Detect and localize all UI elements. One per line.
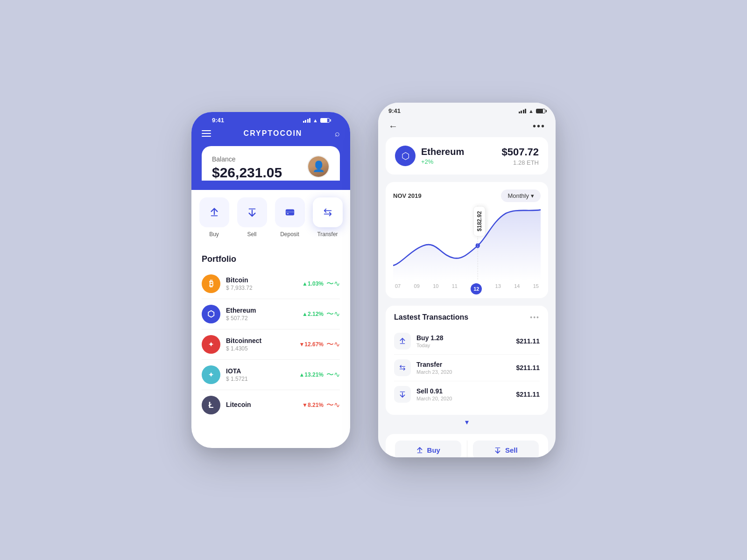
menu-icon[interactable]: [202, 128, 211, 139]
sell-action-button[interactable]: Sell: [473, 441, 539, 457]
table-row[interactable]: Transfer March 23, 2020 $211.11: [394, 355, 540, 381]
bit-logo: ✦: [202, 335, 220, 354]
date-10: 10: [433, 283, 438, 294]
transactions-title: Lastest Transactions: [394, 313, 468, 322]
left-phone: 9:41 ▲: [191, 112, 350, 448]
coin-price-bit: $ 1.4305: [226, 345, 299, 352]
eth-coin-name: Ethereum: [421, 147, 464, 157]
phones-container: 9:41 ▲: [191, 103, 556, 457]
table-row[interactable]: Buy 1.28 Today $211.11: [394, 328, 540, 355]
eth-logo: ⬡: [202, 305, 220, 323]
svg-rect-4: [287, 213, 289, 214]
chart-area: $182.92: [393, 206, 541, 280]
eth-coin-change: +2%: [421, 158, 464, 165]
right-phone: 9:41 ▲ ← •••: [378, 103, 556, 457]
coin-price-eth: $ 507.72: [226, 315, 302, 322]
deposit-icon: [275, 197, 305, 227]
signal-icon: [303, 118, 311, 123]
wifi-icon-right: ▲: [529, 108, 534, 114]
buy-action-button[interactable]: Buy: [395, 441, 461, 457]
list-item[interactable]: ✦ Bitcoinnect $ 1.4305 ▼12.67% 〜∿: [202, 329, 340, 360]
coin-name-eth: Ethereum: [226, 307, 302, 314]
eth-eth-value: 1.28 ETH: [501, 159, 539, 166]
divider: [467, 441, 467, 457]
search-icon[interactable]: ⌕: [335, 129, 340, 139]
sparkline-btc: 〜∿: [326, 279, 340, 289]
list-item[interactable]: ₿ Bitcoin $ 7,933.72 ▲1.03% 〜∿: [202, 269, 340, 299]
battery-icon-right: [536, 109, 545, 113]
bottom-action-bar: Buy Sell: [386, 434, 548, 457]
battery-icon: [320, 118, 330, 123]
status-bar-left: 9:41 ▲: [202, 112, 340, 126]
eth-coin-logo: ⬡: [395, 146, 416, 166]
status-icons-left: ▲: [303, 118, 330, 123]
transfer-button[interactable]: Transfer: [313, 197, 343, 238]
more-options-button[interactable]: •••: [533, 121, 545, 132]
coin-price-btc: $ 7,933.72: [226, 285, 302, 291]
coin-name-bit: Bitcoinnect: [226, 337, 299, 344]
svg-rect-3: [285, 211, 294, 213]
tx-buy-amount: $211.11: [516, 337, 540, 345]
monthly-filter-button[interactable]: Monthly ▾: [501, 189, 541, 202]
coin-price-iota: $ 1.5721: [226, 376, 299, 382]
sparkline-ltc: 〜∿: [326, 400, 340, 410]
coin-change-ltc: ▼8.21%: [302, 402, 324, 408]
coin-name-iota: IOTA: [226, 367, 299, 375]
chart-tooltip: $182.92: [473, 206, 485, 236]
date-09: 09: [414, 283, 420, 294]
buy-label: Buy: [209, 231, 219, 238]
time-left: 9:41: [212, 117, 224, 124]
sell-label: Sell: [247, 231, 256, 238]
deposit-label: Deposit: [280, 231, 299, 238]
expand-chevron[interactable]: ▾: [378, 415, 556, 429]
top-nav-right: ← •••: [378, 117, 556, 137]
chart-dates: 07 09 10 11 12 13 14 15: [393, 280, 541, 294]
buy-button[interactable]: Buy: [199, 197, 229, 238]
transactions-more-button[interactable]: •••: [530, 314, 540, 321]
wifi-icon: ▲: [313, 118, 318, 123]
deposit-button[interactable]: Deposit: [275, 197, 305, 238]
monthly-label: Monthly: [507, 192, 529, 199]
list-item[interactable]: ✦ IOTA $ 1.5721 ▲13.21% 〜∿: [202, 360, 340, 390]
date-12-active[interactable]: 12: [471, 283, 482, 294]
svg-rect-10: [495, 448, 500, 448]
buy-icon: [199, 197, 229, 227]
time-right: 9:41: [388, 107, 401, 114]
list-item[interactable]: ⬡ Ethereum $ 507.72 ▲2.12% 〜∿: [202, 299, 340, 329]
nav-bar-left: CRYPTOCOIN ⌕: [202, 126, 340, 146]
chevron-down-icon: ▾: [531, 192, 534, 199]
signal-icon-right: [519, 109, 527, 113]
coin-change-btc: ▲1.03%: [302, 280, 324, 287]
sell-button[interactable]: Sell: [237, 197, 267, 238]
sparkline-iota: 〜∿: [326, 370, 340, 380]
iota-logo: ✦: [202, 365, 220, 384]
chart-section: NOV 2019 Monthly ▾: [386, 182, 548, 298]
coin-name-btc: Bitcoin: [226, 276, 302, 284]
portfolio-section: Portfolio ₿ Bitcoin $ 7,933.72 ▲1.03% 〜∿…: [191, 247, 350, 420]
date-11: 11: [452, 283, 458, 294]
table-row[interactable]: Sell 0.91 March 20, 2020 $211.11: [394, 381, 540, 407]
tx-buy-label: Buy 1.28: [416, 334, 444, 342]
balance-label: Balance: [212, 155, 282, 163]
buy-action-label: Buy: [427, 446, 440, 454]
date-15: 15: [533, 283, 539, 294]
tx-sell-amount: $211.11: [516, 391, 540, 398]
app-title: CRYPTOCOIN: [244, 129, 303, 138]
tx-transfer-label: Transfer: [416, 361, 452, 368]
tx-transfer-date: March 23, 2020: [416, 369, 452, 375]
svg-rect-9: [417, 452, 422, 453]
coin-change-bit: ▼12.67%: [299, 341, 324, 348]
balance-amount: $26,231.05: [212, 165, 282, 181]
svg-rect-8: [400, 392, 405, 392]
avatar: 👤: [307, 155, 330, 178]
status-icons-right: ▲: [519, 108, 545, 114]
back-button[interactable]: ←: [388, 121, 398, 132]
coin-change-iota: ▲13.21%: [299, 371, 324, 378]
list-item[interactable]: Ł Litecoin ▼8.21% 〜∿: [202, 390, 340, 420]
btc-logo: ₿: [202, 274, 220, 293]
svg-rect-1: [248, 209, 255, 210]
actions-row: Buy Sell De: [191, 190, 350, 247]
coin-change-eth: ▲2.12%: [302, 311, 324, 317]
tx-transfer-icon: [394, 359, 411, 376]
tx-sell-label: Sell 0.91: [416, 387, 452, 395]
